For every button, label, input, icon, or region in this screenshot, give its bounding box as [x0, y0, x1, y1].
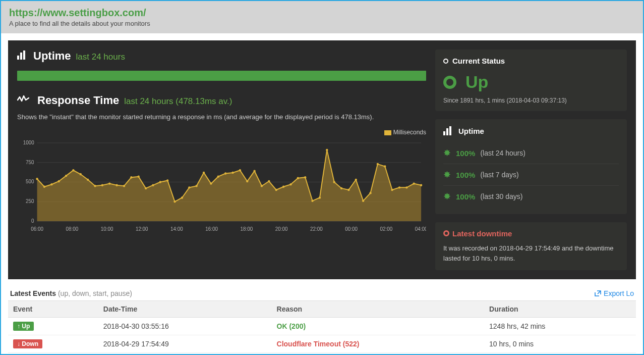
svg-point-30: [181, 196, 183, 198]
uptime-card: Uptime ✸100%(last 24 hours)✸100%(last 7 …: [435, 119, 627, 214]
svg-point-12: [50, 183, 52, 185]
svg-point-31: [188, 186, 190, 188]
status-since: Since 1891 hrs, 1 mins (2018-04-03 09:37…: [443, 97, 619, 104]
svg-point-56: [369, 192, 371, 194]
column-header: Duration: [484, 301, 636, 318]
downtime-icon: [443, 230, 449, 236]
svg-point-34: [210, 182, 212, 184]
svg-point-37: [231, 172, 233, 174]
uptime-pct: 100%: [456, 149, 475, 158]
svg-point-38: [239, 169, 241, 171]
svg-point-18: [94, 185, 96, 187]
svg-point-60: [398, 186, 400, 188]
downtime-title: Latest downtime: [452, 229, 512, 238]
svg-point-32: [195, 185, 197, 187]
uptime-pct: 100%: [456, 192, 475, 201]
events-note: (up, down, start, pause): [58, 289, 132, 297]
svg-text:02:00: 02:00: [380, 226, 393, 232]
response-section: Response Time last 24 hours (478.13ms av…: [17, 94, 426, 234]
uptime-period: (last 30 days): [480, 192, 522, 200]
svg-point-50: [326, 149, 328, 151]
uptime-row: ✸100%(last 24 hours): [443, 142, 619, 164]
svg-point-29: [173, 200, 175, 202]
svg-text:10:00: 10:00: [101, 226, 113, 232]
svg-point-21: [115, 184, 118, 186]
svg-point-55: [362, 200, 364, 202]
svg-text:12:00: 12:00: [136, 226, 148, 232]
uptime-title: Uptime: [33, 49, 71, 63]
svg-point-14: [65, 175, 67, 177]
svg-point-36: [224, 172, 226, 174]
uptime-section: Uptime last 24 hours: [17, 49, 426, 81]
svg-point-54: [355, 179, 357, 181]
downtime-body: It was recorded on 2018-04-29 17:54:49 a…: [443, 243, 619, 263]
burst-icon: ✸: [443, 191, 451, 202]
site-subtitle: A place to find all the details about yo…: [9, 20, 635, 27]
event-duration: 1248 hrs, 42 mins: [484, 318, 636, 335]
svg-point-33: [203, 172, 205, 174]
svg-point-44: [282, 186, 284, 188]
column-header: Date-Time: [98, 301, 272, 318]
burst-icon: ✸: [443, 147, 451, 159]
event-datetime: 2018-04-30 03:55:16: [98, 318, 272, 335]
svg-point-53: [347, 189, 349, 191]
event-duration: 10 hrs, 0 mins: [484, 335, 636, 353]
svg-point-28: [166, 179, 168, 181]
current-status-label: Current Status: [452, 57, 505, 65]
svg-point-13: [57, 180, 60, 182]
svg-point-17: [87, 179, 89, 181]
svg-point-58: [384, 165, 386, 167]
pulse-icon: [17, 94, 29, 107]
svg-point-46: [297, 177, 299, 179]
site-url[interactable]: https://www.settingbox.com/: [9, 7, 635, 19]
svg-point-16: [80, 173, 82, 175]
svg-point-15: [72, 169, 74, 171]
table-row: ↓ Down2018-04-29 17:54:49Cloudflare Time…: [8, 335, 636, 353]
svg-point-22: [123, 185, 125, 187]
svg-text:08:00: 08:00: [66, 226, 78, 232]
svg-point-61: [405, 186, 407, 188]
svg-point-24: [138, 175, 140, 177]
legend-swatch: [384, 130, 391, 135]
status-value: Up: [465, 72, 488, 92]
svg-point-42: [268, 180, 270, 182]
svg-point-63: [420, 184, 422, 186]
svg-text:06:00: 06:00: [31, 226, 43, 232]
svg-point-25: [145, 187, 147, 189]
uptime-bar: [17, 71, 426, 81]
events-title: Latest Events: [10, 289, 56, 297]
event-reason: OK (200): [272, 318, 484, 335]
uptime-period: (last 24 hours): [480, 149, 525, 157]
svg-text:00:00: 00:00: [345, 226, 358, 232]
svg-text:750: 750: [26, 160, 34, 165]
status-dot-icon: [443, 76, 456, 89]
svg-text:0: 0: [31, 218, 34, 224]
svg-point-10: [36, 178, 38, 180]
export-logs-button[interactable]: Export Lo: [595, 289, 634, 297]
svg-text:16:00: 16:00: [205, 226, 218, 232]
burst-icon: ✸: [443, 169, 451, 180]
svg-point-59: [391, 189, 393, 191]
column-header: Reason: [272, 301, 484, 318]
response-chart[interactable]: 0250500750100006:0008:0010:0012:0014:001…: [17, 138, 426, 234]
svg-text:04:00: 04:00: [415, 226, 426, 232]
uptime-period: (last 7 days): [480, 171, 518, 179]
svg-point-20: [108, 182, 110, 184]
svg-text:22:00: 22:00: [310, 226, 323, 232]
svg-point-49: [319, 196, 321, 198]
uptime-card-title: Uptime: [458, 127, 484, 135]
bars-icon: [17, 50, 25, 60]
event-reason: Cloudflare Timeout (522): [272, 335, 484, 353]
uptime-subtitle: last 24 hours: [76, 52, 125, 62]
svg-text:14:00: 14:00: [170, 226, 183, 232]
svg-point-40: [253, 170, 255, 172]
bars-icon: [443, 126, 451, 135]
page-header: https://www.settingbox.com/ A place to f…: [1, 1, 643, 33]
svg-point-27: [159, 181, 161, 183]
events-section: Latest Events (up, down, start, pause) E…: [8, 286, 636, 353]
svg-text:20:00: 20:00: [275, 226, 288, 232]
svg-text:250: 250: [26, 198, 34, 204]
response-subtitle: last 24 hours (478.13ms av.): [124, 96, 232, 107]
svg-point-19: [101, 184, 103, 186]
column-header: Event: [8, 301, 98, 318]
